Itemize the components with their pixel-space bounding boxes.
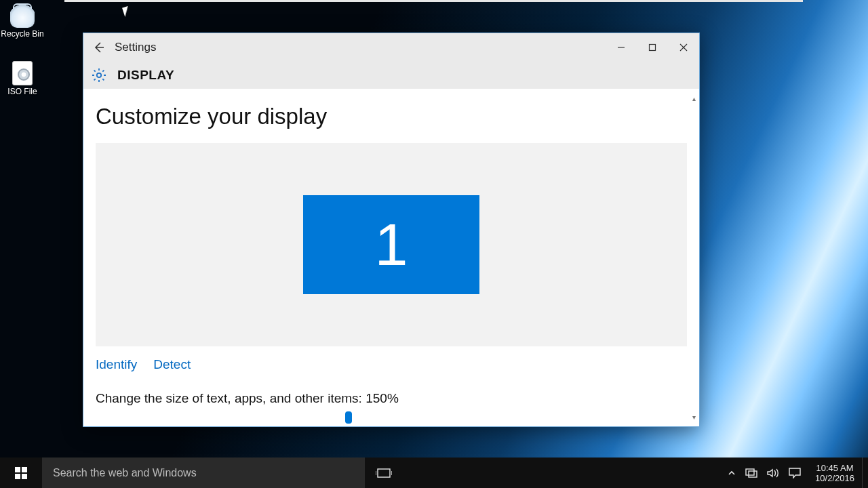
task-view-button[interactable]: [365, 458, 403, 488]
identify-link[interactable]: Identify: [96, 357, 137, 372]
tray-chevron-up-icon[interactable]: [728, 469, 736, 477]
taskbar-search-placeholder: Search the web and Windows: [53, 467, 197, 479]
clock-date: 10/2/2016: [815, 473, 854, 483]
svg-rect-5: [22, 474, 27, 479]
svg-rect-0: [650, 45, 656, 51]
scale-size-label: Change the size of text, apps, and other…: [96, 391, 687, 406]
settings-section-header: DISPLAY: [83, 62, 699, 89]
recycle-bin-icon: [10, 3, 35, 28]
svg-rect-4: [15, 474, 20, 479]
desktop-icon-label: ISO File: [0, 87, 47, 96]
taskbar-clock[interactable]: 10:45 AM 10/2/2016: [808, 458, 862, 488]
desktop-icon-label: Recycle Bin: [0, 29, 47, 39]
display-arrangement-area[interactable]: 1: [96, 143, 687, 346]
scroll-down-icon[interactable]: ▾: [688, 411, 699, 422]
taskbar-app-slot[interactable]: [403, 458, 437, 488]
mouse-cursor: [122, 6, 131, 17]
window-title: Settings: [115, 41, 606, 54]
slider-thumb[interactable]: [345, 411, 352, 424]
svg-rect-6: [378, 469, 390, 477]
scale-slider[interactable]: [96, 411, 687, 425]
desktop-icon-recycle-bin[interactable]: Recycle Bin: [0, 3, 47, 39]
gear-icon: [90, 66, 108, 84]
scroll-up-icon[interactable]: ▴: [688, 93, 699, 104]
taskbar-running-apps: [403, 458, 721, 488]
minimize-button[interactable]: [606, 33, 637, 62]
svg-rect-8: [749, 471, 757, 477]
clock-time: 10:45 AM: [816, 463, 854, 473]
iso-file-icon: [12, 61, 33, 85]
volume-icon[interactable]: [767, 468, 779, 479]
svg-rect-7: [746, 469, 754, 475]
taskbar: Search the web and Windows 10:45 AM 10/2…: [0, 458, 868, 488]
settings-content-pane: Customize your display 1 Identify Detect…: [83, 89, 699, 426]
taskbar-search-box[interactable]: Search the web and Windows: [42, 458, 365, 488]
system-tray[interactable]: [721, 458, 808, 488]
detect-link[interactable]: Detect: [153, 357, 191, 372]
top-inactive-window-edge: [64, 0, 803, 2]
page-heading: Customize your display: [96, 104, 699, 129]
svg-point-1: [97, 73, 101, 77]
desktop-background[interactable]: Recycle Bin ISO File Settings: [0, 0, 868, 488]
start-button[interactable]: [0, 458, 42, 488]
back-button[interactable]: [83, 33, 115, 62]
settings-category-title: DISPLAY: [117, 68, 174, 83]
network-icon[interactable]: [745, 468, 757, 478]
action-center-icon[interactable]: [789, 468, 801, 479]
show-desktop-button[interactable]: [862, 458, 868, 488]
close-button[interactable]: [668, 33, 699, 62]
svg-rect-3: [22, 467, 27, 472]
window-titlebar[interactable]: Settings: [83, 33, 699, 62]
settings-window: Settings DISPLAY Customize your display: [83, 33, 700, 427]
monitor-number-label: 1: [375, 210, 408, 279]
svg-rect-2: [15, 467, 20, 472]
monitor-1-tile[interactable]: 1: [303, 195, 479, 294]
maximize-button[interactable]: [637, 33, 668, 62]
content-scrollbar[interactable]: ▴ ▾: [688, 93, 699, 422]
desktop-icon-iso-file[interactable]: ISO File: [0, 61, 47, 96]
